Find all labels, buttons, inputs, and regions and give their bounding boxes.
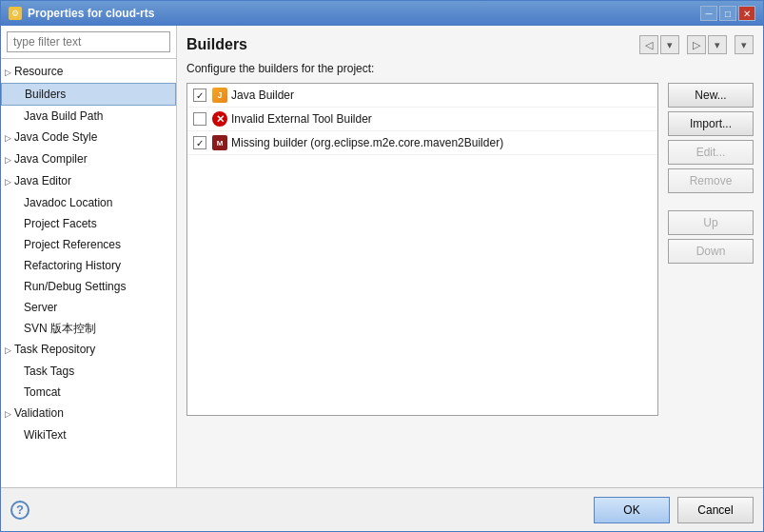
content-area: ▷ResourceBuildersJava Build Path▷Java Co… <box>1 26 763 487</box>
sidebar-item-label: Validation <box>14 406 64 420</box>
close-button[interactable]: ✕ <box>738 6 755 21</box>
sidebar-item-java-build-path[interactable]: Java Build Path <box>1 106 176 127</box>
right-buttons: New... Import... Edit... Remove Up Down <box>668 83 754 478</box>
sidebar-item-resource[interactable]: ▷Resource <box>1 61 176 83</box>
builder-label: Invalid External Tool Builder <box>231 112 372 126</box>
sidebar-item-label: WikiText <box>24 428 67 442</box>
maximize-button[interactable]: □ <box>719 6 736 21</box>
sidebar-item-java-editor[interactable]: ▷Java Editor <box>1 170 176 192</box>
sidebar-item-label: Server <box>24 301 57 314</box>
builder-type-icon: M <box>212 135 227 150</box>
sidebar-item-java-code-style[interactable]: ▷Java Code Style <box>1 127 176 148</box>
builder-type-icon: J <box>212 88 227 103</box>
builder-item[interactable]: MMissing builder (org.eclipse.m2e.core.m… <box>187 131 657 155</box>
cancel-button[interactable]: Cancel <box>677 497 754 523</box>
builders-list: JJava Builder✕Invalid External Tool Buil… <box>186 83 658 416</box>
expand-arrow: ▷ <box>5 342 14 359</box>
window-title: Properties for cloud-rts <box>28 7 154 20</box>
sidebar-item-label: Project References <box>24 238 121 251</box>
builders-area: JJava Builder✕Invalid External Tool Buil… <box>186 83 754 478</box>
sidebar-item-label: Resource <box>14 65 63 78</box>
ok-button[interactable]: OK <box>594 497 670 523</box>
help-button[interactable]: ? <box>10 501 29 520</box>
forward-button[interactable]: ▷ <box>687 35 706 54</box>
toolbar-menu-button[interactable]: ▾ <box>660 35 679 54</box>
builder-item[interactable]: JJava Builder <box>187 84 657 108</box>
sidebar-item-label: Task Repository <box>14 343 95 356</box>
panel-toolbar: ◁ ▾ ▷ ▾ ▾ <box>639 35 754 54</box>
sidebar-item-label: SVN 版本控制 <box>24 322 96 335</box>
sidebar-item-run-debug-settings[interactable]: Run/Debug Settings <box>1 276 176 297</box>
builder-checkbox[interactable] <box>193 136 206 149</box>
main-panel: Builders ◁ ▾ ▷ ▾ ▾ Configure the builder… <box>177 26 763 487</box>
panel-title: Builders <box>186 36 247 53</box>
up-button[interactable]: Up <box>668 210 754 235</box>
sidebar-item-label: Java Compiler <box>14 152 88 166</box>
sidebar-item-wikitext[interactable]: WikiText <box>1 424 176 445</box>
builder-label: Java Builder <box>231 89 294 102</box>
sidebar-item-label: Javadoc Location <box>24 196 112 209</box>
down-button[interactable]: Down <box>668 239 754 264</box>
sidebar-item-label: Task Tags <box>24 365 74 378</box>
toolbar-menu2-button[interactable]: ▾ <box>708 35 727 54</box>
window-icon: ⚙ <box>9 7 22 20</box>
sidebar: ▷ResourceBuildersJava Build Path▷Java Co… <box>1 26 177 487</box>
sidebar-item-label: Java Build Path <box>24 109 103 123</box>
remove-button[interactable]: Remove <box>668 168 754 193</box>
builder-label: Missing builder (org.eclipse.m2e.core.ma… <box>231 136 503 149</box>
footer-left: ? <box>10 501 29 520</box>
panel-description: Configure the builders for the project: <box>186 62 754 75</box>
tree-area: ▷ResourceBuildersJava Build Path▷Java Co… <box>1 59 176 487</box>
edit-button[interactable]: Edit... <box>668 140 754 165</box>
sidebar-item-label: Run/Debug Settings <box>24 280 126 293</box>
panel-header: Builders ◁ ▾ ▷ ▾ ▾ <box>186 35 754 54</box>
sidebar-item-label: Builders <box>25 88 66 101</box>
expand-arrow: ▷ <box>5 151 14 168</box>
expand-arrow: ▷ <box>5 173 14 190</box>
sidebar-item-label: Tomcat <box>24 385 61 399</box>
footer: ? OK Cancel <box>1 487 763 531</box>
sidebar-item-task-repository[interactable]: ▷Task Repository <box>1 339 176 361</box>
titlebar-left: ⚙ Properties for cloud-rts <box>9 7 154 20</box>
search-input[interactable] <box>7 31 170 52</box>
titlebar: ⚙ Properties for cloud-rts ─ □ ✕ <box>1 1 763 26</box>
sidebar-item-project-facets[interactable]: Project Facets <box>1 213 176 234</box>
sidebar-item-project-references[interactable]: Project References <box>1 234 176 255</box>
properties-window: ⚙ Properties for cloud-rts ─ □ ✕ ▷Resour… <box>0 0 764 532</box>
sidebar-item-validation[interactable]: ▷Validation <box>1 403 176 424</box>
sidebar-item-svn-----[interactable]: SVN 版本控制 <box>1 318 176 339</box>
sidebar-item-refactoring-history[interactable]: Refactoring History <box>1 255 176 276</box>
minimize-button[interactable]: ─ <box>700 6 717 21</box>
sidebar-item-label: Project Facets <box>24 217 97 230</box>
expand-arrow: ▷ <box>5 64 14 81</box>
sidebar-item-label: Java Code Style <box>14 130 97 144</box>
search-box <box>1 26 176 59</box>
new-button[interactable]: New... <box>668 83 754 108</box>
more-button[interactable]: ▾ <box>735 35 754 54</box>
builder-checkbox[interactable] <box>193 112 206 126</box>
sidebar-item-builders[interactable]: Builders <box>1 83 176 106</box>
builder-checkbox[interactable] <box>193 89 206 102</box>
sidebar-item-task-tags[interactable]: Task Tags <box>1 361 176 382</box>
back-button[interactable]: ◁ <box>639 35 658 54</box>
error-icon: ✕ <box>212 111 227 127</box>
sidebar-item-javadoc-location[interactable]: Javadoc Location <box>1 192 176 213</box>
sidebar-item-server[interactable]: Server <box>1 297 176 318</box>
sidebar-item-label: Refactoring History <box>24 259 121 272</box>
titlebar-controls: ─ □ ✕ <box>700 6 755 21</box>
sidebar-item-java-compiler[interactable]: ▷Java Compiler <box>1 148 176 170</box>
builder-item[interactable]: ✕Invalid External Tool Builder <box>187 108 657 131</box>
import-button[interactable]: Import... <box>668 111 754 136</box>
sidebar-item-label: Java Editor <box>14 174 71 187</box>
footer-right: OK Cancel <box>594 497 754 523</box>
expand-arrow: ▷ <box>5 129 14 147</box>
expand-arrow: ▷ <box>5 405 14 423</box>
sidebar-item-tomcat[interactable]: Tomcat <box>1 382 176 403</box>
